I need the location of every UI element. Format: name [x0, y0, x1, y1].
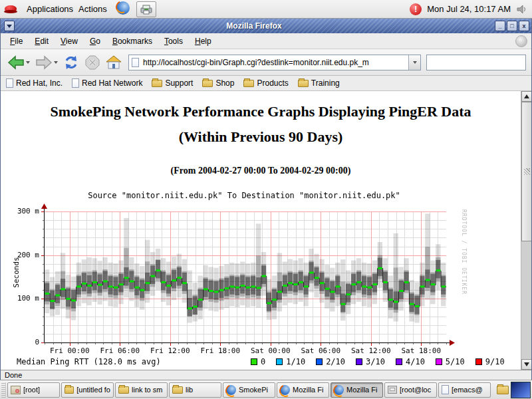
taskbar-button[interactable]: SmokePi: [223, 382, 275, 398]
menu-tools[interactable]: Tools: [159, 35, 188, 48]
taskbar-button[interactable]: [untitled fo: [61, 382, 114, 398]
app-launcher-button[interactable]: [136, 1, 156, 17]
legend-entry-3-10: 3/10: [356, 357, 385, 366]
search-input[interactable]: [430, 57, 532, 68]
panel-menus: ApplicationsActions: [24, 4, 110, 14]
scroll-up-button[interactable]: [521, 91, 531, 102]
bookmark-red-hat-network[interactable]: Red Hat Network: [72, 78, 142, 88]
reload-button[interactable]: [62, 53, 80, 72]
taskbar-drag-handle[interactable]: [1, 382, 6, 398]
x-tick-label: Sat 12:00: [351, 346, 391, 355]
legend-entry-label: 3/10: [366, 357, 385, 366]
page-date-range: (From 2004-02-27 00:00 To 2004-02-29 00:…: [1, 166, 521, 176]
legend-median-label: Median Ping RTT (128.0 ms avg): [17, 357, 251, 366]
volume-icon[interactable]: [516, 4, 528, 15]
scroll-down-button[interactable]: [521, 359, 531, 370]
tray-folder-icon[interactable]: [497, 386, 509, 394]
scrollbar-thumb[interactable]: [521, 102, 531, 241]
menu-view[interactable]: View: [55, 35, 83, 48]
site-page-icon: [132, 58, 139, 67]
clock[interactable]: Mon Jul 24, 10:17 AM: [427, 4, 511, 14]
menu-go[interactable]: Go: [84, 35, 106, 48]
graph-legend: Median Ping RTT (128.0 ms avg) 01/102/10…: [17, 357, 515, 366]
vertical-scrollbar[interactable]: [521, 91, 531, 370]
legend-entry-5-10: 5/10: [436, 357, 465, 366]
home-button[interactable]: [104, 54, 123, 71]
workspace-switcher[interactable]: [511, 382, 531, 398]
taskbar-button-label: lib: [186, 386, 193, 394]
url-dropdown-button[interactable]: [408, 55, 420, 70]
forward-dropdown-caret[interactable]: [54, 61, 58, 64]
bookmark-label: Support: [165, 78, 193, 88]
smokeping-graph[interactable]: Source "monitor.niit.edu.pk" To Destinat…: [11, 190, 483, 369]
close-button[interactable]: x: [519, 21, 529, 31]
bookmark-shop[interactable]: Shop: [202, 78, 234, 88]
taskbar-button[interactable]: lib: [169, 382, 221, 398]
minimize-button[interactable]: _: [495, 21, 505, 31]
maximize-button[interactable]: □: [507, 21, 517, 31]
y-tick-label: 0: [11, 338, 39, 346]
folder-icon: [202, 80, 213, 87]
legend-swatch-icon: [475, 358, 482, 365]
throbber-icon: [515, 35, 527, 47]
page-icon: [6, 78, 13, 88]
document-icon: [442, 385, 449, 394]
browser-menubar: FileEditViewGoBookmarksToolsHelp: [1, 33, 531, 49]
taskbar-button[interactable]: [emacs@: [438, 382, 491, 398]
bookmark-red-hat-inc-[interactable]: Red Hat, Inc.: [6, 78, 63, 88]
page-icon: [72, 78, 79, 88]
x-tick-label: Fri 12:00: [150, 346, 190, 355]
menu-edit[interactable]: Edit: [29, 35, 54, 48]
home-icon: [106, 55, 122, 70]
triangle-down-icon: [524, 362, 529, 366]
menu-help[interactable]: Help: [190, 35, 217, 48]
bookmark-products[interactable]: Products: [243, 78, 288, 88]
url-input[interactable]: [142, 58, 408, 67]
taskbar-button-label: Mozilla Fi: [293, 386, 323, 394]
taskbar-button[interactable]: Mozilla Fi: [331, 382, 383, 398]
taskbar-button-label: [root]: [23, 386, 40, 394]
gnome-top-panel: ApplicationsActions ! Mon Jul 24, 10:17 …: [0, 0, 532, 19]
legend-swatch-icon: [316, 358, 323, 365]
alert-notification-icon[interactable]: !: [410, 3, 422, 15]
print-tool-icon: [140, 4, 153, 15]
window-titlebar[interactable]: Mozilla Firefox _ □ x: [1, 19, 531, 33]
window-menu-button[interactable]: [4, 21, 15, 31]
folder-icon: [243, 80, 254, 87]
y-tick-label: 300 m: [11, 207, 39, 215]
legend-swatch-icon: [436, 358, 442, 365]
legend-entry-label: 4/10: [406, 357, 425, 366]
panel-menu-applications[interactable]: Applications: [24, 3, 76, 15]
folder-icon: [172, 386, 183, 394]
stop-button[interactable]: [83, 53, 102, 72]
menu-file[interactable]: File: [5, 35, 28, 48]
url-bar[interactable]: [128, 55, 421, 70]
rrdtool-watermark: RRDTOOL / TOBI OETIKER: [461, 209, 467, 295]
legend-loss-swatches: 01/102/103/104/105/109/10: [251, 357, 515, 366]
legend-entry-9-10: 9/10: [475, 357, 505, 366]
back-dropdown-caret[interactable]: [26, 61, 30, 64]
legend-swatch-icon: [356, 358, 362, 365]
legend-entry-label: 5/10: [446, 357, 465, 366]
panel-menu-actions[interactable]: Actions: [76, 3, 110, 15]
menu-bookmarks[interactable]: Bookmarks: [107, 35, 158, 48]
search-bar[interactable]: G: [426, 55, 526, 70]
forward-button[interactable]: [34, 54, 59, 71]
legend-entry-label: 9/10: [485, 357, 505, 366]
terminal-icon: [388, 386, 397, 394]
firefox-launcher-icon[interactable]: [116, 1, 130, 17]
page-title: SmokePing Network Performance Graphs Dis…: [1, 103, 521, 120]
bookmark-support[interactable]: Support: [152, 78, 193, 88]
taskbar-button[interactable]: link to sm: [115, 382, 168, 398]
status-bar: Done: [1, 370, 531, 380]
taskbar-button[interactable]: [root@loc: [384, 382, 437, 398]
folder-icon: [152, 80, 162, 87]
redhat-logo-icon[interactable]: [4, 4, 17, 15]
legend-swatch-icon: [251, 358, 257, 365]
taskbar-button[interactable]: Mozilla Fi: [277, 382, 329, 398]
back-button[interactable]: [6, 54, 31, 71]
navigation-toolbar: G: [1, 49, 531, 76]
bookmark-label: Training: [311, 78, 340, 88]
bookmark-training[interactable]: Training: [298, 78, 340, 88]
taskbar-button[interactable]: [root]: [7, 382, 60, 398]
